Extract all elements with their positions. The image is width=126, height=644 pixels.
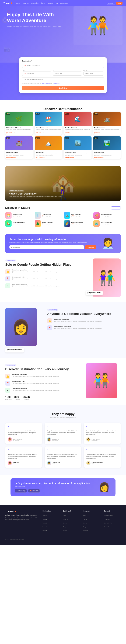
footer-link-1-2[interactable]: Travel 3 — [43, 522, 47, 524]
nature-item-2[interactable]: ❄️ Feeling Snow ★★★★ Montesa Hills, U.S — [35, 212, 62, 218]
dest-card-5[interactable]: 🏰 ⭐ 4.5 Castel Olé Center Discuvert with… — [5, 136, 33, 159]
footer-link-4-2[interactable]: New York, USA — [104, 522, 112, 524]
to-field: To * — [53, 70, 82, 76]
footer-link-3-3[interactable]: Help — [83, 526, 86, 528]
footer-link-2-2[interactable]: Service — [63, 522, 67, 524]
dest-desc-4: Lorem ipsum dolor sit amet consectetur a… — [94, 129, 120, 132]
nature-thumb-1: 🌅 — [5, 212, 11, 218]
search-button[interactable]: Book Now — [22, 86, 104, 90]
footer-link-3-0[interactable]: FAQ — [83, 515, 86, 516]
solo-feature-desc-1: Quis autem vel eum iure qui in ea volupt… — [12, 271, 60, 273]
destination-input[interactable] — [27, 65, 102, 66]
terms-condition-link[interactable]: Term Condition — [42, 83, 50, 84]
nature-item-5[interactable]: 🏡 Rustic Destination ★★★★ Montesa Hills,… — [5, 220, 33, 227]
author-name-2: Jen Lester — [52, 438, 59, 440]
nature-thumb-2: ❄️ — [35, 212, 41, 218]
dest-card-6[interactable]: 🏔️ ⭐ 4.6 Grand Shack Discuvert with unfi… — [35, 136, 62, 159]
hero-content: Enjoy This Life With World Adventure Tri… — [7, 12, 63, 27]
author-avatar-1: 👨 — [8, 437, 12, 442]
anytime-main-image: 👩 — [5, 308, 37, 346]
nature-name-3: High Mountain — [71, 214, 81, 215]
person-input[interactable] — [83, 72, 104, 76]
from-input[interactable] — [27, 73, 49, 74]
nature-item-3[interactable]: ⛰️ High Mountain ★★★★ Montesa Hills, U.S — [64, 212, 92, 218]
dest-img-4: ⛰️ ⭐ 4.7 — [93, 112, 121, 126]
login-button[interactable]: Login — [116, 2, 123, 4]
anytime-content: Enjoy traveling Anytime is Goodtime Vaca… — [47, 308, 121, 332]
nature-item-6[interactable]: 🌲 Noone Location ★★★★ Montesa Hills, U.S — [35, 220, 62, 227]
email-input[interactable] — [22, 77, 104, 81]
nature-name-5: Rustic Destination — [13, 222, 25, 223]
footer-link-1-3[interactable]: Travel 4 — [43, 526, 47, 528]
nav-itinerary[interactable]: Itinerary — [41, 2, 46, 4]
dest-card-7[interactable]: 🏙️ ⭐ 4.8 Retro City Place Discuvert with… — [64, 136, 92, 159]
dest-card-8[interactable]: 🏞️ ⭐ 4.7 Mountain Lake Discuvert with un… — [93, 136, 121, 159]
dest-card-2[interactable]: 🏖️ ⭐ 4.6 Pinkie Beach Local Lorem ipsum … — [35, 112, 62, 134]
nature-info-2: Feeling Snow ★★★★ Montesa Hills, U.S — [42, 214, 51, 217]
to-input[interactable] — [53, 72, 82, 76]
dest-rating-7: ⭐ 4.8 — [64, 137, 69, 139]
dest-emoji-2: 🏖️ — [45, 116, 52, 122]
google-play-button[interactable]: ▶ Google Play — [15, 489, 27, 492]
nature-item-4[interactable]: 🌾 Farm Destination ★★★★ Montesa Hills, U… — [93, 212, 121, 218]
author-info-2: Jen Lester UX Designer — [52, 438, 59, 441]
footer-link-1-4[interactable]: Travel 5 — [43, 530, 47, 531]
footer-link-4-1[interactable]: +1 234 567 — [104, 518, 110, 520]
footer-col-1-title: Destination — [43, 510, 60, 512]
nav-home[interactable]: Home — [16, 2, 20, 4]
footer-bottom: © 2023 TravelU. All rights reserved. — [5, 536, 121, 540]
journey-feature-title-3: Comfortable residence — [12, 388, 60, 390]
navbar-buttons: Register Login — [107, 2, 123, 5]
footer-link-3-1[interactable]: Terms — [83, 518, 87, 520]
footer-link-1-1[interactable]: Travel 2 — [43, 518, 47, 520]
nav-contact[interactable]: Contact Us — [60, 2, 68, 4]
footer-link-1-0[interactable]: Travel 1 — [43, 515, 47, 516]
nature-item-7[interactable]: 🌈 Waterfall Rainbow ★★★★ Montesa Hills, … — [64, 220, 92, 227]
solo-couple-emoji: 👫 — [98, 270, 116, 286]
testimonials-title: They are happy — [5, 412, 121, 416]
featured-overlay: Hidden Gem Destination Hidden Gem Destin… — [5, 185, 121, 201]
discover-title: Discover Best Destination — [5, 107, 121, 111]
dest-card-3[interactable]: 🌊 ⭐ 4.9 Bali Beach Resort Lorem ipsum do… — [64, 112, 92, 134]
footer-link-4-3[interactable]: Mon-Fri 9am — [104, 526, 111, 528]
nature-name-4: Farm Destination — [101, 214, 112, 215]
nature-item-1[interactable]: 🌅 Sunrise Hotel ★★★★ Montesa Hills, U.S — [5, 212, 33, 218]
nav-destination[interactable]: Destination — [31, 2, 39, 4]
footer-link-4-0[interactable]: info@travel.com — [104, 515, 113, 516]
quote-icon-3: " — [86, 426, 118, 429]
logo-dot — [11, 2, 12, 4]
footer-link-3-2[interactable]: Privacy — [83, 522, 87, 524]
nature-item-8[interactable]: 🗺️ Best Destination ★★★★ Montesa Hills, … — [93, 220, 121, 227]
search-row-dates: From * 📍 To * Person * — [22, 70, 104, 76]
nav-about[interactable]: About Us — [22, 2, 29, 4]
nav-help[interactable]: Help — [55, 2, 58, 4]
footer-link-2-3[interactable]: Blog — [63, 526, 65, 528]
quote-icon-2: " — [47, 426, 79, 429]
quote-icon-4: " — [8, 449, 40, 453]
subscribe-email-input[interactable] — [9, 245, 84, 249]
footer-link-3-4[interactable]: Contact — [83, 530, 88, 531]
anytime-person-emoji: 👩 — [12, 319, 30, 335]
nature-info-4: Farm Destination ★★★★ Montesa Hills, U.S — [101, 214, 112, 217]
dest-info-2: Pinkie Beach Local Lorem ipsum dolor sit… — [35, 126, 62, 134]
featured-desc: Sed ut perspiciatis unde omnis iste natu… — [9, 196, 117, 198]
dest-img-3: 🌊 ⭐ 4.9 — [64, 112, 92, 126]
featured-destination[interactable]: 🏘️ 🚶‍♀️ Hidden Gem Destination Hidden Ge… — [5, 166, 121, 201]
subscribe-button[interactable]: Subscribe — [85, 245, 96, 249]
dest-card-1[interactable]: 🌿 ⭐ 4.8 Hidden Forest Resort Lorem ipsum… — [5, 112, 33, 134]
nature-loc-5: Montesa Hills, U.S — [13, 224, 25, 226]
dest-img-6: 🏔️ ⭐ 4.6 — [35, 136, 62, 150]
nav-pages[interactable]: Pages — [48, 2, 53, 4]
app-store-button[interactable]: 🍎 App Store — [28, 489, 40, 492]
footer-link-2-4[interactable]: Contact — [63, 530, 67, 531]
dest-emoji-5: 🏰 — [16, 140, 22, 146]
solo-feature-text-2: Everywhere is safe Quis autem vel eum iu… — [12, 276, 60, 281]
footer-link-2-1[interactable]: About Us — [63, 518, 68, 520]
dest-price-7: $124 /Killometer — [65, 156, 90, 158]
register-button[interactable]: Register — [107, 2, 115, 5]
app-banner: Let's get more voucher, discount or info… — [10, 478, 116, 496]
dest-card-4[interactable]: ⛰️ ⭐ 4.7 Rainbow Crater Lorem ipsum dolo… — [93, 112, 121, 134]
privacy-policy-link[interactable]: Privacy Policy — [53, 83, 60, 84]
footer-link-2-0[interactable]: Home — [63, 515, 66, 516]
view-more-button[interactable]: View More — [111, 206, 121, 210]
